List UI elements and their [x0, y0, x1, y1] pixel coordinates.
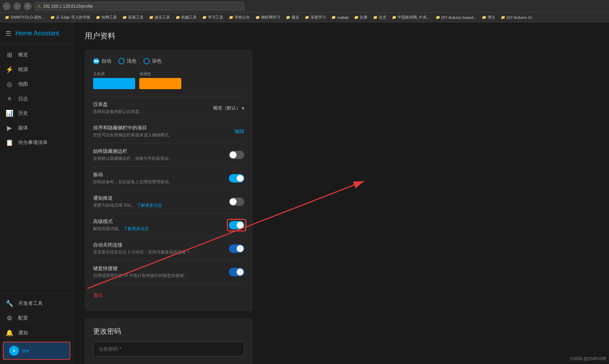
- bookmark-contest[interactable]: 📁 比赛: [352, 14, 370, 21]
- setting-info-sidebar: 排序和隐藏侧栏中的项目 您也可以长按侧边栏标题来进入编辑模式。: [93, 125, 229, 138]
- radio-light[interactable]: 浅色: [118, 58, 136, 64]
- bookmark-matlab[interactable]: 📁 matlab: [329, 15, 351, 20]
- bookmark-recent[interactable]: 📁 最近: [284, 14, 301, 21]
- setting-desc-vibration: 控制设备时，在此设备上启用或禁用振动。: [93, 179, 223, 185]
- media-icon: ▶: [6, 124, 13, 132]
- toggle-advanced-mode[interactable]: [229, 221, 244, 229]
- user-profile-item[interactable]: v vor: [3, 342, 70, 360]
- toggle-track-auto-close: [229, 244, 244, 253]
- folder-icon: 📁: [229, 15, 233, 19]
- toggle-hide-sidebar[interactable]: [229, 151, 244, 159]
- toggle-notification[interactable]: [229, 198, 244, 206]
- setting-desc-dashboard: 选择此设备的默认仪表盘。: [93, 109, 208, 115]
- sidebar-item-label: 待办事项清单: [18, 140, 48, 146]
- primary-color-label: 主色调: [93, 71, 135, 77]
- setting-title-keyboard: 键盘快捷键: [93, 265, 223, 272]
- setting-row-hide-sidebar: 始终隐藏侧边栏 这将默认隐藏侧边栏，体验与手机版类似。: [93, 143, 244, 166]
- setting-title-dashboard: 仪表盘: [93, 101, 208, 108]
- back-button[interactable]: ←: [3, 2, 10, 10]
- folder-icon: 📁: [5, 15, 9, 19]
- primary-color-swatch[interactable]: [93, 78, 135, 89]
- bookmark-gov[interactable]: 📁 中国政府网_中央...: [390, 14, 432, 21]
- setting-row-sidebar-order: 排序和隐藏侧栏中的项目 您也可以长按侧边栏标题来进入编辑模式。 编辑: [93, 120, 244, 143]
- current-password-input[interactable]: [93, 342, 244, 356]
- logs-icon: ≡: [6, 95, 13, 102]
- bookmark-paper[interactable]: 📁 论文: [371, 14, 388, 21]
- toggle-thumb-vibration: [237, 175, 244, 182]
- sidebar-item-label: 历史: [18, 110, 28, 116]
- bookmark-edge[interactable]: 📁 从 Edge 导入的书签: [48, 14, 92, 21]
- overview-icon: ⊞: [6, 51, 13, 59]
- sidebar-item-history[interactable]: 📊 历史: [0, 106, 73, 121]
- folder-icon: 📁: [202, 15, 206, 19]
- bookmark-iot[interactable]: 📁 物联网学习: [253, 14, 282, 21]
- sidebar-item-logs[interactable]: ≡ 日志: [0, 92, 73, 106]
- bookmark-extensions[interactable]: 📁 拓展工具: [120, 14, 146, 21]
- radio-light-circle: [118, 58, 125, 64]
- sidebar-item-label: 开发者工具: [18, 300, 43, 307]
- bookmark-diy-gi[interactable]: 📁 DIY Arduino Gi: [499, 15, 534, 20]
- bookmark-damoyolo[interactable]: 📁 DAMOYOLO-高性...: [3, 14, 47, 21]
- dashboard-select[interactable]: 概览（默认） ▾: [213, 105, 244, 111]
- folder-icon: 📁: [255, 15, 260, 19]
- sidebar-item-map[interactable]: ◎ 地图: [0, 77, 73, 92]
- bookmark-entertainment[interactable]: 📁 娱乐工具: [147, 14, 172, 21]
- password-card: 更改密码: [85, 318, 253, 364]
- bookmark-school[interactable]: 📁 学校公办: [227, 14, 252, 21]
- sidebar-nav: ⊞ 概览 ⚡ 能源 ◎ 地图 ≡ 日志 📊 历史 ▶ 媒体: [0, 45, 73, 293]
- setting-title-advanced: 高级模式: [93, 219, 223, 225]
- radio-auto-label: 自动: [102, 58, 111, 64]
- accent-color-group: 强调色: [139, 71, 181, 89]
- sidebar-item-overview[interactable]: ⊞ 概览: [0, 48, 73, 62]
- bookmark-learning[interactable]: 📁 学习工具: [200, 14, 225, 21]
- folder-icon: 📁: [176, 15, 180, 19]
- sidebar-item-notifications[interactable]: 🔔 通知: [0, 326, 73, 340]
- accent-color-swatch[interactable]: [139, 78, 181, 89]
- bookmark-phd[interactable]: 📁 博士: [480, 14, 497, 21]
- menu-icon[interactable]: ☰: [6, 30, 11, 37]
- setting-title-notification: 通知推送: [93, 195, 223, 201]
- forward-button[interactable]: →: [13, 2, 21, 10]
- radio-auto[interactable]: 自动: [93, 58, 111, 64]
- reload-button[interactable]: ↻: [24, 2, 31, 10]
- sidebar-item-label: 地图: [18, 81, 28, 87]
- sidebar: ☰ Home Assistant ⊞ 概览 ⚡ 能源 ◎ 地图 ≡ 日志 📊: [0, 22, 74, 364]
- sidebar-bottom: 🔧 开发者工具 ⚙ 配置 🔔 通知 v vor: [0, 293, 73, 364]
- bookmark-deeplearning[interactable]: 📁 深度学习: [303, 14, 328, 21]
- bookmark-mechanical[interactable]: 📁 机械工具: [174, 14, 199, 21]
- sidebar-item-media[interactable]: ▶ 媒体: [0, 121, 73, 135]
- advanced-learn-more-link[interactable]: 了解更多信息: [124, 226, 149, 231]
- toggle-track-keyboard: [229, 268, 244, 276]
- folder-icon: 📁: [96, 15, 100, 19]
- bookmarks-bar: 📁 DAMOYOLO-高性... 📁 从 Edge 导入的书签 📁 知网工具 📁…: [0, 13, 609, 22]
- bookmark-diy-arduino[interactable]: 📁 DIY Arduino based...: [434, 15, 479, 20]
- folder-icon: 📁: [436, 15, 440, 19]
- sidebar-item-todo[interactable]: 📋 待办事项清单: [0, 135, 73, 150]
- address-bar[interactable]: ⚠ 192.168.1.128:8123/profile: [34, 2, 244, 10]
- toggle-vibration[interactable]: [229, 174, 244, 183]
- setting-desc-keyboard: 启用或禁用可在 UI 中执行各种操作的键盘快捷键。: [93, 273, 223, 279]
- radio-dark[interactable]: 深色: [144, 58, 162, 64]
- setting-info-keyboard: 键盘快捷键 启用或禁用可在 UI 中执行各种操作的键盘快捷键。: [93, 265, 223, 279]
- radio-light-label: 浅色: [127, 58, 136, 64]
- sidebar-item-energy[interactable]: ⚡ 能源: [0, 62, 73, 77]
- sidebar-header: ☰ Home Assistant: [0, 22, 73, 45]
- logout-button[interactable]: 退出: [93, 288, 103, 303]
- folder-icon: 📁: [149, 15, 153, 19]
- password-section-title: 更改密码: [93, 327, 244, 336]
- edit-sidebar-link[interactable]: 编辑: [234, 128, 244, 135]
- toggle-auto-close[interactable]: [229, 244, 244, 253]
- folder-icon: 📁: [50, 15, 55, 19]
- bookmark-zhiwang[interactable]: 📁 知网工具: [94, 14, 119, 21]
- settings-card: 自动 浅色 深色 主色调 强调色: [85, 50, 253, 311]
- folder-icon: 📁: [501, 15, 505, 19]
- sidebar-item-devtools[interactable]: 🔧 开发者工具: [0, 296, 73, 311]
- folder-icon: 📁: [354, 15, 358, 19]
- notification-learn-more-link[interactable]: 了解更多信息: [137, 203, 162, 208]
- setting-desc-advanced: 解锁高级功能。 了解更多信息: [93, 226, 223, 232]
- toggle-track-vibration: [229, 174, 244, 183]
- setting-title-hide-sidebar: 始终隐藏侧边栏: [93, 148, 223, 155]
- sidebar-item-config[interactable]: ⚙ 配置: [0, 311, 73, 326]
- toggle-keyboard[interactable]: [229, 268, 244, 276]
- setting-row-auto-close: 自动关闭连接 是否要在转至后台 5 分钟后，关闭与服务器的连接？: [93, 237, 244, 260]
